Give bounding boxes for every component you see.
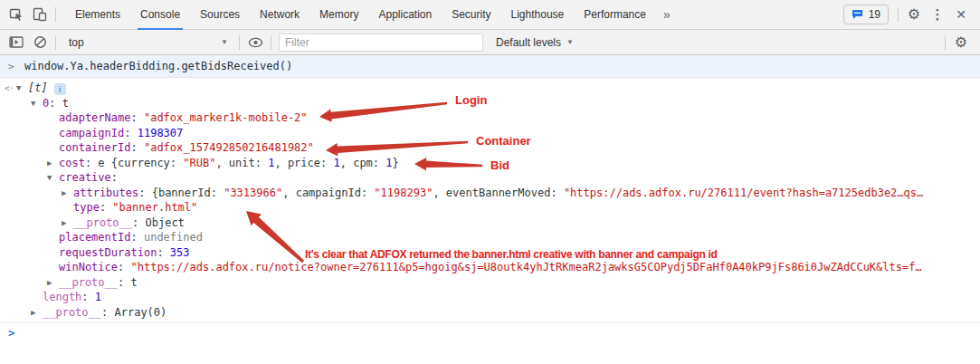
console-toolbar: top ▼ Default levels ▼ ⚙ <box>0 30 980 55</box>
token: "https://ads.adfox.ru/notice?owner=27611… <box>130 261 921 273</box>
expander-icon[interactable]: ▼ <box>31 96 43 111</box>
live-expression-button[interactable] <box>243 32 267 53</box>
token: : {bannerId: <box>138 187 224 199</box>
tree-row: ▼creative: <box>0 170 980 186</box>
tree-row: type: "banner.html" <box>0 200 980 216</box>
console-settings-button[interactable]: ⚙ <box>949 32 973 53</box>
token: adapterName <box>59 111 130 124</box>
tab-memory[interactable]: Memory <box>309 0 368 29</box>
clear-console-icon <box>33 35 47 49</box>
return-value-icon: <· <box>5 81 14 97</box>
toolbar-divider <box>239 35 240 50</box>
token: [t] <box>28 81 48 94</box>
token: "adfox_157492850216481982" <box>144 141 314 154</box>
device-toolbar-button[interactable] <box>28 4 52 25</box>
token: : <box>81 291 94 303</box>
console-messages-badge[interactable]: 19 <box>843 5 889 24</box>
tab-network[interactable]: Network <box>250 0 309 29</box>
token: creative <box>59 171 111 184</box>
token: , unit: <box>215 157 268 169</box>
console-toolbar-right: ⚙ <box>941 32 980 53</box>
filter-input[interactable] <box>279 34 483 52</box>
token: undefined <box>144 231 203 244</box>
token: containerId <box>59 141 130 154</box>
token: : <box>130 231 143 244</box>
javascript-context-selector[interactable]: top ▼ <box>60 36 235 49</box>
message-bubble-icon <box>852 9 863 20</box>
expander-icon[interactable]: ▼ <box>16 81 28 96</box>
info-icon[interactable]: i <box>54 83 66 95</box>
token: "1198293" <box>374 187 433 199</box>
token: __proto__ <box>73 216 132 229</box>
token: campaignId <box>59 127 124 139</box>
tree-row: length: 1 <box>0 290 980 305</box>
console-command-row: > window.Ya.headerBidding.getBidsReceive… <box>0 55 980 78</box>
token: 1 <box>385 157 392 169</box>
tab-console[interactable]: Console <box>130 0 190 29</box>
token: 1198307 <box>138 127 184 139</box>
settings-button[interactable]: ⚙ <box>902 4 926 25</box>
levels-label: Default levels <box>496 36 561 49</box>
console-sidebar-toggle-button[interactable] <box>5 32 28 53</box>
token: placementId <box>59 231 130 244</box>
tab-elements[interactable]: Elements <box>65 0 130 29</box>
clear-console-button[interactable] <box>28 32 52 53</box>
gear-icon: ⚙ <box>955 35 967 50</box>
console-input-prompt[interactable]: > <box>0 323 980 340</box>
chevron-down-icon: ▼ <box>566 38 574 46</box>
token: 1 <box>333 157 339 169</box>
chevron-down-icon: ▼ <box>221 38 228 46</box>
expander-icon[interactable]: ▶ <box>62 216 73 231</box>
tree-row: ▶__proto__: Object <box>0 216 980 231</box>
token: "3313966" <box>224 187 282 199</box>
tab-lighthouse[interactable]: Lighthouse <box>501 0 575 29</box>
token: : <box>130 141 143 154</box>
tree-row: ▶__proto__: t <box>0 275 980 291</box>
token: 353 <box>170 246 190 259</box>
devtools-window: ElementsConsoleSourcesNetworkMemoryAppli… <box>0 0 980 364</box>
tab-sources[interactable]: Sources <box>190 0 250 29</box>
expander-icon[interactable]: ▶ <box>31 305 43 321</box>
token: : <box>118 261 130 273</box>
tab-security[interactable]: Security <box>442 0 500 29</box>
token: : <box>124 127 137 139</box>
customize-menu-button[interactable]: ⋮ <box>926 4 949 25</box>
annotation-label-login: Login <box>455 93 487 107</box>
token: winNotice <box>59 261 118 273</box>
annotation-label-container: Container <box>476 134 531 148</box>
token: , price: <box>274 157 333 169</box>
close-devtools-button[interactable]: ✕ <box>949 4 973 25</box>
token: "RUB" <box>183 157 215 169</box>
token: : e {currency: <box>85 157 183 169</box>
gear-icon: ⚙ <box>908 7 920 22</box>
expander-icon[interactable]: ▼ <box>47 170 59 186</box>
annotation-label-bid: Bid <box>490 158 509 172</box>
tab-performance[interactable]: Performance <box>574 0 656 29</box>
toolbar-divider <box>55 35 56 50</box>
token: t <box>130 276 137 289</box>
token: type <box>73 201 100 214</box>
token: : <box>100 201 112 214</box>
toolbar-divider <box>271 35 271 50</box>
tree-row: <·▼[t]i <box>0 81 980 96</box>
tab-application[interactable]: Application <box>368 0 442 29</box>
device-toolbar-icon <box>33 7 47 22</box>
token: attributes <box>73 187 138 199</box>
close-icon: ✕ <box>956 7 966 22</box>
token: __proto__ <box>43 306 101 319</box>
inspect-element-button[interactable] <box>5 4 28 25</box>
badge-count: 19 <box>869 8 880 21</box>
eye-icon <box>248 37 263 48</box>
expander-icon[interactable]: ▶ <box>47 156 59 171</box>
expander-icon[interactable]: ▶ <box>47 275 59 291</box>
token: 1 <box>95 291 101 303</box>
more-tabs-button[interactable]: » <box>656 7 678 22</box>
tree-row: adapterName: "adfox_marker1k-mobile-2" <box>0 110 980 126</box>
command-text: window.Ya.headerBidding.getBidsReceived(… <box>24 60 292 72</box>
chevron-more-icon: » <box>663 7 671 22</box>
token: : <box>49 97 62 110</box>
token: t <box>62 97 69 110</box>
expander-icon[interactable]: ▶ <box>62 186 73 201</box>
token: requestDuration <box>59 246 157 259</box>
log-levels-dropdown[interactable]: Default levels ▼ <box>496 36 574 49</box>
